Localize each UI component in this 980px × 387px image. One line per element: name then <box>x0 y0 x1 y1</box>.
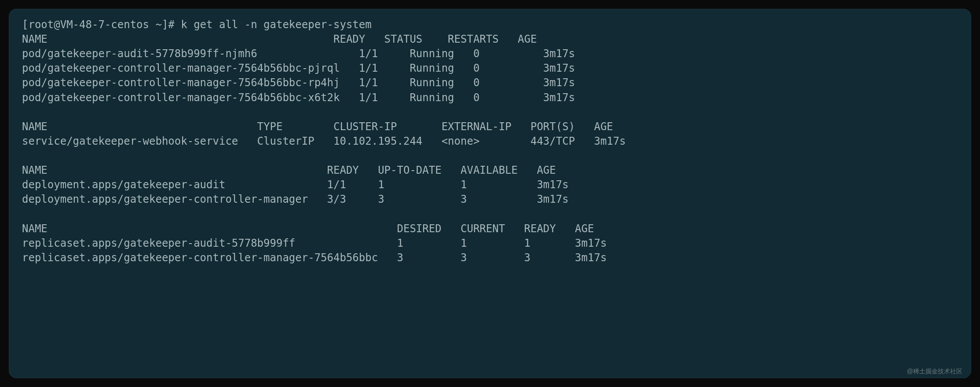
deployments-header: NAME READY UP-TO-DATE AVAILABLE AGE <box>22 163 958 178</box>
command-line: [root@VM-48-7-centos ~]# k get all -n ga… <box>22 18 958 32</box>
replicasets-header: NAME DESIRED CURRENT READY AGE <box>22 222 958 236</box>
replicasets-section: NAME DESIRED CURRENT READY AGE replicase… <box>22 222 958 265</box>
table-row: replicaset.apps/gatekeeper-audit-5778b99… <box>22 236 958 251</box>
blank-line <box>22 105 958 120</box>
blank-line <box>22 149 958 163</box>
table-row: replicaset.apps/gatekeeper-controller-ma… <box>22 251 958 265</box>
table-row: pod/gatekeeper-controller-manager-7564b5… <box>22 61 958 76</box>
command-text: k get all -n gatekeeper-system <box>181 18 371 31</box>
pods-header: NAME READY STATUS RESTARTS AGE <box>22 32 958 47</box>
table-row: deployment.apps/gatekeeper-audit 1/1 1 1… <box>22 178 958 192</box>
table-row: pod/gatekeeper-controller-manager-7564b5… <box>22 76 958 90</box>
table-row: pod/gatekeeper-audit-5778b999ff-njmh6 1/… <box>22 47 958 61</box>
shell-prompt: [root@VM-48-7-centos ~]# <box>22 18 181 31</box>
watermark: @稀土掘金技术社区 <box>907 367 962 376</box>
table-row: service/gatekeeper-webhook-service Clust… <box>22 134 958 149</box>
services-header: NAME TYPE CLUSTER-IP EXTERNAL-IP PORT(S)… <box>22 120 958 134</box>
services-section: NAME TYPE CLUSTER-IP EXTERNAL-IP PORT(S)… <box>22 120 958 149</box>
blank-line <box>22 207 958 221</box>
deployments-section: NAME READY UP-TO-DATE AVAILABLE AGE depl… <box>22 163 958 207</box>
table-row: pod/gatekeeper-controller-manager-7564b5… <box>22 91 958 105</box>
pods-section: NAME READY STATUS RESTARTS AGE pod/gatek… <box>22 32 958 105</box>
terminal-window[interactable]: [root@VM-48-7-centos ~]# k get all -n ga… <box>9 9 971 378</box>
table-row: deployment.apps/gatekeeper-controller-ma… <box>22 192 958 207</box>
